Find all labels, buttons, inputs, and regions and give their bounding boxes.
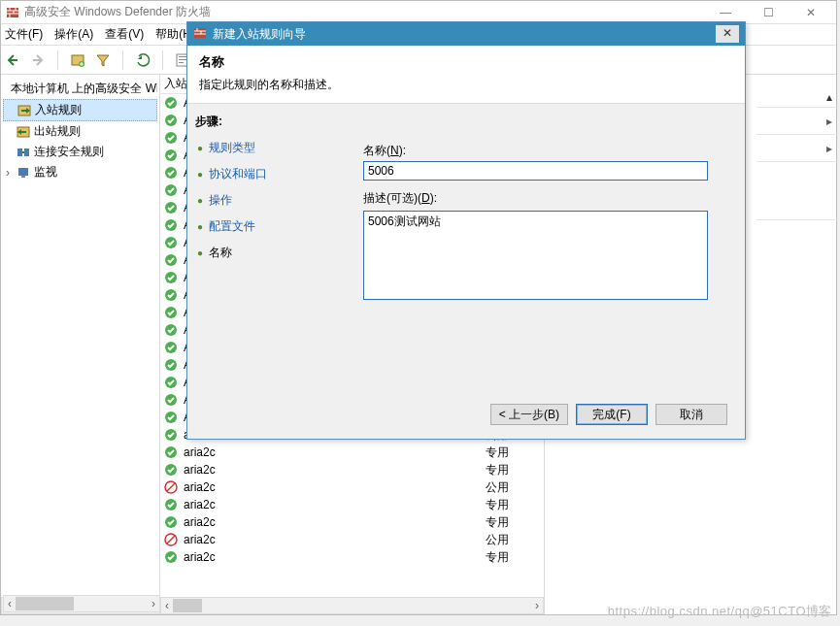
main-title: 高级安全 Windows Defender 防火墙: [24, 4, 704, 20]
svg-rect-10: [21, 176, 25, 178]
bullet-icon: ●: [197, 169, 203, 180]
wizard-step: ●名称: [195, 243, 350, 269]
wizard-step[interactable]: ●操作: [195, 190, 350, 216]
rule-name: aria2c: [184, 480, 486, 494]
dialog-titlebar[interactable]: 新建入站规则向导 ✕: [187, 22, 745, 46]
rule-row[interactable]: aria2c公用: [160, 478, 544, 496]
minimize-button[interactable]: —: [704, 2, 747, 23]
tree-item-outbound[interactable]: 出站规则: [3, 121, 157, 142]
scrollbar-thumb[interactable]: [173, 599, 202, 612]
rule-description-input[interactable]: [363, 211, 708, 300]
back-icon[interactable]: [5, 52, 20, 68]
menu-file[interactable]: 文件(F): [5, 26, 43, 43]
status-allowed-icon: [164, 131, 178, 145]
bullet-icon: ●: [197, 143, 203, 153]
name-field-label: 名称(N):: [363, 143, 729, 159]
wizard-step[interactable]: ●规则类型: [195, 138, 350, 164]
status-allowed-icon: [164, 358, 178, 372]
wizard-step[interactable]: ●配置文件: [195, 216, 350, 243]
close-button[interactable]: ✕: [790, 2, 832, 23]
chevron-right-icon: ▸: [826, 115, 832, 128]
step-label: 协议和端口: [209, 166, 267, 182]
filter-icon[interactable]: [95, 52, 111, 68]
tree-root[interactable]: 本地计算机 上的高级安全 Win: [3, 79, 157, 99]
forward-icon[interactable]: [30, 52, 46, 68]
rule-row[interactable]: aria2c公用: [160, 531, 544, 548]
dialog-header: 名称 指定此规则的名称和描述。: [187, 46, 745, 104]
dialog-title: 新建入站规则向导: [213, 26, 716, 43]
rule-name: aria2c: [184, 515, 486, 529]
bullet-icon: ●: [197, 195, 203, 206]
outbound-icon: [17, 125, 30, 139]
tree-item-label: 出站规则: [34, 123, 81, 140]
tree-item-inbound[interactable]: 入站规则: [3, 99, 157, 121]
status-blocked-icon: [164, 533, 178, 546]
inbound-icon: [17, 104, 31, 117]
rule-profile: 公用: [486, 479, 544, 496]
connsec-icon: [17, 146, 30, 159]
rule-row[interactable]: aria2c专用: [160, 496, 544, 513]
maximize-button[interactable]: ☐: [747, 2, 790, 23]
rule-row[interactable]: aria2c专用: [160, 444, 544, 461]
rule-name-input[interactable]: [363, 161, 708, 181]
list-scrollbar[interactable]: ‹ ›: [160, 597, 544, 614]
rule-row[interactable]: aria2c专用: [160, 461, 544, 478]
wizard-step[interactable]: ●协议和端口: [195, 164, 350, 190]
status-allowed-icon: [164, 550, 178, 564]
status-allowed-icon: [164, 306, 178, 319]
status-allowed-icon: [164, 515, 178, 529]
tree-item-label: 入站规则: [35, 102, 82, 118]
status-allowed-icon: [164, 148, 178, 162]
tree-scrollbar[interactable]: ‹ ›: [3, 595, 160, 612]
list-header-text[interactable]: 入站: [164, 76, 187, 92]
status-blocked-icon: [164, 480, 178, 494]
panel-collapse-row[interactable]: ▴: [756, 87, 838, 107]
wizard-icon: [193, 26, 207, 43]
tree-item-connsec[interactable]: 连接安全规则: [3, 142, 157, 162]
rule-profile: 专用: [486, 497, 544, 513]
cancel-button[interactable]: 取消: [655, 404, 727, 425]
step-label: 规则类型: [209, 140, 255, 156]
rule-profile: 专用: [486, 462, 544, 478]
dialog-close-button[interactable]: ✕: [716, 25, 739, 43]
dialog-body: 步骤: ●规则类型●协议和端口●操作●配置文件●名称 名称(N): 描述(可选)…: [187, 104, 745, 411]
back-button[interactable]: < 上一步(B): [490, 404, 568, 425]
panel-action-row[interactable]: [756, 161, 838, 219]
rule-row[interactable]: aria2c专用: [160, 513, 544, 531]
steps-label: 步骤:: [195, 114, 350, 130]
toolbar-separator: [57, 50, 58, 70]
finish-button[interactable]: 完成(F): [576, 404, 648, 425]
dialog-buttons: < 上一步(B) 完成(F) 取消: [490, 404, 727, 425]
step-label: 操作: [209, 192, 232, 209]
svg-rect-9: [18, 168, 28, 176]
menu-view[interactable]: 查看(V): [105, 26, 144, 43]
scroll-left-icon[interactable]: ‹: [4, 596, 16, 611]
scroll-left-icon[interactable]: ‹: [161, 598, 173, 613]
status-allowed-icon: [164, 236, 178, 249]
status-allowed-icon: [164, 428, 178, 442]
new-inbound-rule-wizard: 新建入站规则向导 ✕ 名称 指定此规则的名称和描述。 步骤: ●规则类型●协议和…: [186, 21, 746, 440]
status-allowed-icon: [164, 498, 178, 511]
add-rule-icon[interactable]: [70, 52, 85, 68]
panel-action-row[interactable]: ▸: [756, 134, 838, 161]
rule-row[interactable]: aria2c专用: [160, 548, 544, 566]
svg-line-38: [167, 536, 175, 544]
status-allowed-icon: [164, 114, 178, 127]
status-allowed-icon: [164, 271, 178, 284]
window-controls: — ☐ ✕: [704, 2, 832, 23]
expand-icon[interactable]: ›: [3, 166, 13, 180]
menu-action[interactable]: 操作(A): [54, 26, 93, 43]
refresh-icon[interactable]: [135, 52, 151, 68]
rule-profile: 专用: [486, 549, 544, 566]
wizard-form: 名称(N): 描述(可选)(D):: [357, 104, 745, 411]
scroll-right-icon[interactable]: ›: [531, 598, 543, 613]
scroll-right-icon[interactable]: ›: [148, 596, 159, 611]
scrollbar-thumb[interactable]: [16, 597, 74, 610]
status-allowed-icon: [164, 463, 178, 477]
description-field-label: 描述(可选)(D):: [363, 190, 729, 207]
panel-action-row[interactable]: [756, 219, 838, 268]
panel-action-row[interactable]: ▸: [756, 107, 838, 134]
horizontal-scrollbars: ‹ ›: [160, 597, 544, 614]
status-allowed-icon: [164, 201, 178, 214]
tree-item-monitor[interactable]: › 监视: [3, 162, 157, 182]
